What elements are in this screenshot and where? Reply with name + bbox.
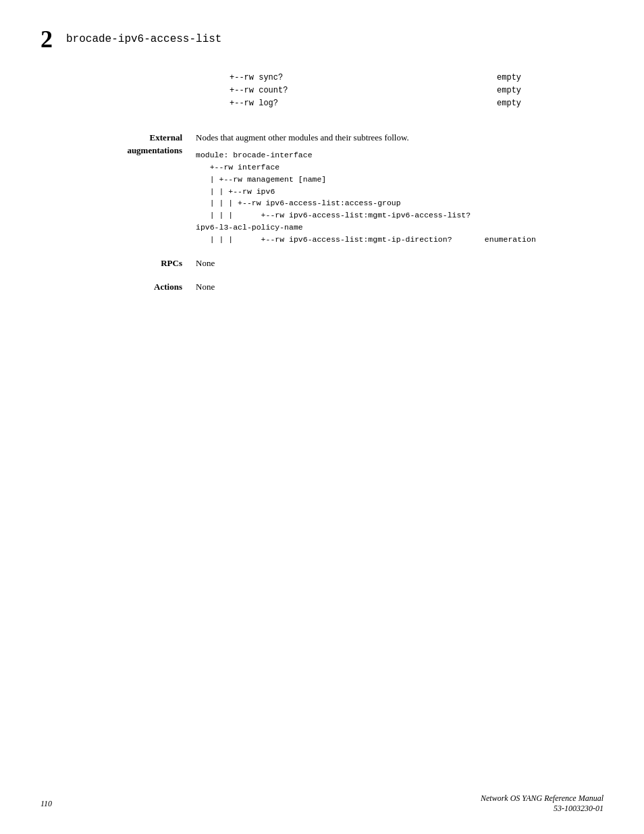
actions-value: None (196, 280, 603, 294)
content-area: +--rw sync? empty+--rw count? empty+--rw… (41, 72, 603, 294)
external-augmentations-section: Externalaugmentations Nodes that augment… (41, 131, 603, 246)
chapter-number: 2 (41, 27, 53, 51)
external-augmentations-content: Nodes that augment other modules and the… (196, 131, 603, 246)
rpcs-section: RPCs None (41, 257, 603, 270)
actions-label: Actions (41, 280, 196, 294)
code-line: +--rw sync? empty (230, 72, 603, 84)
rpcs-label: RPCs (41, 257, 196, 270)
code-line: +--rw log? empty (230, 97, 603, 110)
external-augmentations-label: Externalaugmentations (41, 131, 196, 246)
external-augmentations-description: Nodes that augment other modules and the… (196, 131, 603, 145)
page-number: 110 (41, 799, 52, 809)
page-container: 2 brocade-ipv6-access-list +--rw sync? e… (0, 0, 644, 834)
chapter-title: brocade-ipv6-access-list (66, 33, 221, 45)
external-augmentations-code: module: brocade-interface +--rw interfac… (196, 149, 603, 246)
rpcs-value: None (196, 257, 603, 270)
code-line: +--rw count? empty (230, 84, 603, 97)
page-footer: 110 Network OS YANG Reference Manual 53-… (0, 793, 644, 814)
page-header: 2 brocade-ipv6-access-list (41, 27, 603, 51)
footer-title: Network OS YANG Reference Manual 53-1003… (481, 793, 603, 814)
actions-section: Actions None (41, 280, 603, 294)
code-block-top: +--rw sync? empty+--rw count? empty+--rw… (41, 72, 603, 111)
